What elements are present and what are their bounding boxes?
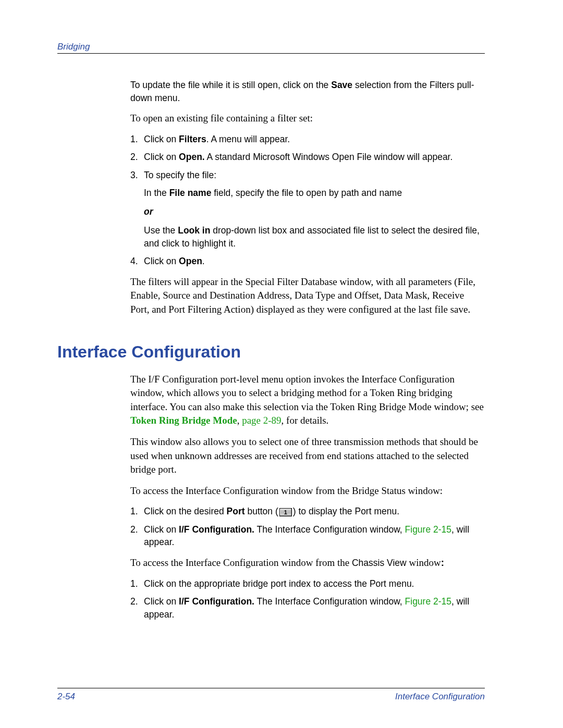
list-item: 1.Click on Filters. A menu will appear.	[130, 133, 485, 146]
text-bold: I/F Configuration.	[179, 596, 254, 607]
intro-paragraph-1: To update the file while it is still ope…	[130, 79, 485, 104]
list-number: 1.	[130, 133, 144, 146]
text-bold: File name	[169, 188, 212, 198]
text-bold: Look in	[178, 225, 210, 236]
list-item: 4.Click on Open.	[130, 255, 485, 268]
section-heading: Interface Configuration	[57, 341, 485, 363]
text: Use the	[144, 225, 178, 236]
text: To update the file while it is still ope…	[130, 80, 331, 90]
page-number: 2-54	[57, 692, 75, 702]
list-item: 2.Click on I/F Configuration. The Interf…	[130, 523, 485, 549]
text: window	[407, 557, 441, 568]
page-footer: 2-54 Interface Configuration	[57, 688, 485, 702]
steps-list-1: 1.Click on Filters. A menu will appear. …	[130, 133, 485, 182]
text: The Interface Configuration window,	[254, 524, 405, 535]
text: ,	[237, 415, 242, 426]
text: The Interface Configuration window,	[254, 596, 405, 607]
page-reference-link[interactable]: page 2-89	[242, 415, 281, 426]
text: button (	[245, 506, 278, 516]
list-number: 1.	[130, 577, 144, 590]
section-paragraph-1: The I/F Configuration port-level menu op…	[130, 373, 485, 428]
text: Chassis View	[352, 558, 407, 568]
list-number: 2.	[130, 595, 144, 621]
list-item: 3.To specify the file:	[130, 169, 485, 182]
cross-reference-link[interactable]: Token Ring Bridge Mode	[130, 415, 237, 426]
figure-reference-link[interactable]: Figure 2-15	[405, 596, 452, 607]
list-item: 2.Click on I/F Configuration. The Interf…	[130, 595, 485, 621]
text-bold: Save	[331, 80, 352, 90]
list-number: 3.	[130, 169, 144, 182]
list-number: 2.	[130, 151, 144, 164]
text: Click on	[144, 256, 179, 266]
text: Click on	[144, 134, 179, 144]
text-bold: Open	[179, 256, 202, 266]
chapter-title: Bridging	[57, 42, 90, 52]
text: .	[202, 256, 205, 266]
steps-list-2: 1.Click on the desired Port button (1) t…	[130, 505, 485, 549]
paragraph: To access the Interface Configuration wi…	[130, 556, 485, 570]
steps-list-1b: 4.Click on Open.	[130, 255, 485, 268]
section-paragraph-3: To access the Interface Configuration wi…	[130, 484, 485, 498]
text-bold: Open.	[179, 152, 205, 162]
list-number: 1.	[130, 505, 144, 518]
or-separator: or	[144, 206, 485, 218]
list-item: 2.Click on Open. A standard Microsoft Wi…	[130, 151, 485, 164]
port-button-icon: 1	[279, 508, 292, 516]
text: Click on the appropriate bridge port ind…	[144, 577, 414, 590]
page-header: Bridging	[57, 42, 485, 54]
document-page: Bridging To update the file while it is …	[0, 0, 563, 728]
list-number: 2.	[130, 523, 144, 549]
page-content: To update the file while it is still ope…	[130, 79, 485, 621]
sub-step: Use the Look in drop-down list box and a…	[144, 224, 485, 250]
footer-section: Interface Configuration	[395, 692, 485, 702]
paragraph: The filters will appear in the Special F…	[130, 275, 485, 317]
section-paragraph-2: This window also allows you to select on…	[130, 435, 485, 477]
text: To access the Interface Configuration wi…	[130, 557, 352, 568]
list-item: 1.Click on the desired Port button (1) t…	[130, 505, 485, 518]
list-item: 1.Click on the appropriate bridge port i…	[130, 577, 485, 590]
text: Click on	[144, 152, 179, 162]
text: Click on the desired	[144, 506, 227, 516]
steps-list-3: 1.Click on the appropriate bridge port i…	[130, 577, 485, 621]
text: To specify the file:	[144, 169, 216, 182]
text-bold: Port	[227, 506, 245, 516]
text-bold: I/F Configuration.	[179, 524, 254, 535]
text: The I/F Configuration port-level menu op…	[130, 374, 484, 412]
text: Click on	[144, 524, 179, 535]
text-bold: :	[441, 557, 444, 568]
figure-reference-link[interactable]: Figure 2-15	[405, 524, 452, 535]
text: . A menu will appear.	[206, 134, 290, 144]
text: Click on	[144, 596, 179, 607]
text: ) to display the Port menu.	[293, 506, 399, 516]
text-bold: Filters	[179, 134, 206, 144]
text: A standard Microsoft Windows Open File w…	[205, 152, 453, 162]
intro-paragraph-2: To open an existing file containing a fi…	[130, 112, 485, 126]
text: In the	[144, 188, 169, 198]
list-number: 4.	[130, 255, 144, 268]
sub-step: In the File name field, specify the file…	[144, 187, 485, 200]
text: field, specify the file to open by path …	[211, 188, 402, 198]
text: , for details.	[282, 415, 329, 426]
